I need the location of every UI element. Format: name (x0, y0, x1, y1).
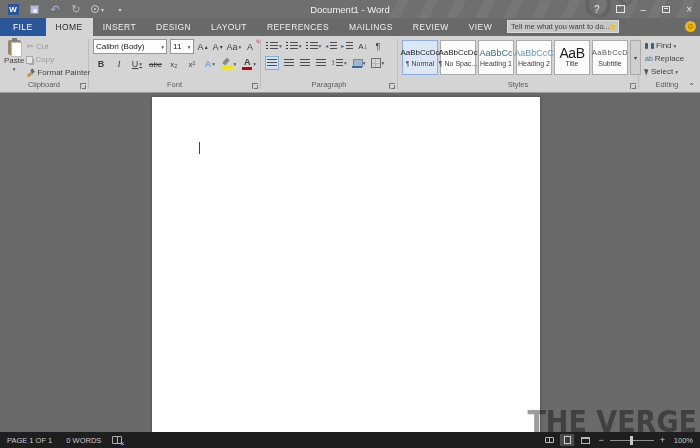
lightbulb-icon (609, 24, 615, 30)
font-size-combo[interactable]: 11▾ (170, 39, 194, 54)
collapse-ribbon-button[interactable]: ⌃ (688, 82, 695, 91)
help-button[interactable]: ? (586, 0, 608, 18)
tell-me-input[interactable]: Tell me what you want to do... (507, 20, 619, 33)
minimize-button[interactable]: – (633, 0, 655, 18)
text-effects-button[interactable]: A▾ (204, 57, 216, 71)
justify-icon (316, 59, 326, 68)
bold-button[interactable]: B (95, 57, 107, 71)
print-layout-button[interactable] (560, 434, 574, 446)
bullets-button[interactable]: ▾ (265, 39, 283, 53)
clipboard-group-label: Clipboard (0, 79, 88, 91)
font-dialog-launcher[interactable] (252, 83, 258, 89)
show-hide-marks-button[interactable]: ¶ (371, 39, 384, 53)
line-spacing-button[interactable]: ↕▾ (330, 56, 348, 70)
zoom-out-button[interactable]: − (596, 435, 605, 445)
customize-qat-icon[interactable]: ▾ (113, 2, 125, 16)
font-color-icon: A (242, 58, 252, 70)
align-left-icon (267, 59, 277, 68)
clipboard-dialog-launcher[interactable] (80, 83, 86, 89)
read-mode-button[interactable] (542, 434, 556, 446)
styles-dialog-launcher[interactable] (630, 83, 636, 89)
redo-icon[interactable]: ↻ (70, 2, 82, 16)
italic-button[interactable]: I (113, 57, 125, 71)
paste-dropdown-caret[interactable]: ▾ (13, 66, 16, 72)
change-case-button[interactable]: Aa▾ (227, 40, 241, 54)
zoom-level[interactable]: 100% (671, 436, 693, 445)
undo-icon[interactable]: ↶ (49, 2, 61, 16)
tab-view[interactable]: VIEW (459, 18, 502, 36)
subscript-button[interactable]: x₂ (168, 57, 180, 71)
grow-font-button[interactable]: A▴ (197, 40, 209, 54)
tab-references[interactable]: REFERENCES (257, 18, 339, 36)
borders-button[interactable]: ▾ (370, 56, 386, 70)
web-layout-button[interactable] (578, 434, 592, 446)
paragraph-dialog-launcher[interactable] (389, 83, 395, 89)
style-normal[interactable]: AaBbCcDc ¶ Normal (402, 40, 438, 75)
tab-file[interactable]: FILE (0, 18, 46, 36)
zoom-slider-thumb[interactable] (630, 436, 633, 445)
word-count[interactable]: 0 WORDS (59, 436, 108, 445)
read-mode-icon (545, 437, 554, 443)
font-name-combo[interactable]: Calibri (Body)▾ (93, 39, 167, 54)
font-color-button[interactable]: A▾ (242, 57, 256, 71)
align-left-button[interactable] (265, 56, 279, 70)
style-subtitle[interactable]: AaBbCcD Subtitle (592, 40, 628, 75)
align-right-button[interactable] (298, 56, 311, 70)
pilcrow-icon: ¶ (375, 41, 380, 51)
copy-button[interactable]: Copy (24, 54, 92, 65)
underline-button[interactable]: U▾ (131, 57, 143, 71)
tab-layout[interactable]: LAYOUT (201, 18, 257, 36)
scissors-icon: ✂ (26, 41, 34, 51)
align-center-button[interactable] (282, 56, 295, 70)
word-logo-icon[interactable]: W (7, 2, 19, 16)
increase-indent-button[interactable]: ▸ (340, 39, 354, 53)
decrease-indent-button[interactable]: ◂ (324, 39, 338, 53)
numbering-button[interactable]: ▾ (285, 39, 303, 53)
format-painter-button[interactable]: Format Painter (24, 67, 92, 78)
text-highlight-button[interactable]: ▾ (222, 57, 237, 71)
format-painter-icon (26, 68, 35, 77)
borders-icon (371, 58, 381, 68)
tab-home[interactable]: HOME (46, 18, 93, 36)
document-page[interactable] (152, 97, 540, 432)
styles-group: AaBbCcDc ¶ Normal AaBbCcDc ¶ No Spac... … (398, 36, 638, 92)
touch-mode-icon[interactable]: ▾ (91, 2, 104, 16)
sort-button[interactable]: A↓ (356, 39, 369, 53)
superscript-button[interactable]: x² (186, 57, 198, 71)
cut-button[interactable]: ✂Cut (24, 40, 92, 52)
numbering-icon (286, 42, 298, 51)
strikethrough-button[interactable]: abc (149, 57, 162, 71)
zoom-slider[interactable] (610, 436, 654, 445)
style-title[interactable]: AaB Title (554, 40, 590, 75)
replace-button[interactable]: abReplace (643, 53, 686, 64)
style-no-spacing[interactable]: AaBbCcDc ¶ No Spac... (440, 40, 476, 75)
print-layout-icon (564, 436, 571, 444)
justify-button[interactable] (314, 56, 327, 70)
find-button[interactable]: Find▾ (643, 40, 686, 51)
titlebar: W ↶ ↻ ▾ ▾ Document1 - Word ? – × (0, 0, 700, 18)
tab-mailings[interactable]: MAILINGS (339, 18, 403, 36)
style-heading-2[interactable]: AaBbCcC Heading 2 (516, 40, 552, 75)
restore-button[interactable] (654, 0, 678, 18)
feedback-smiley-button[interactable] (685, 21, 696, 32)
style-heading-1[interactable]: AaBbCc Heading 1 (478, 40, 514, 75)
paste-button[interactable]: Paste ▾ (4, 39, 24, 79)
tab-design[interactable]: DESIGN (146, 18, 201, 36)
close-button[interactable]: × (678, 0, 700, 18)
save-icon[interactable] (28, 2, 40, 16)
word-window: W ↶ ↻ ▾ ▾ Document1 - Word ? – × FILE HO… (0, 0, 700, 448)
clear-formatting-button[interactable]: A (244, 40, 256, 54)
zoom-in-button[interactable]: + (658, 435, 667, 445)
tab-review[interactable]: REVIEW (403, 18, 459, 36)
ribbon-display-options-button[interactable] (608, 0, 633, 18)
verge-watermark: THE VERGE (527, 404, 697, 432)
shrink-font-button[interactable]: A▾ (212, 40, 224, 54)
shading-button[interactable]: ▾ (351, 56, 367, 70)
proofing-icon[interactable] (112, 436, 122, 444)
multilevel-list-button[interactable]: ▾ (305, 39, 323, 53)
page-count[interactable]: PAGE 1 OF 1 (0, 436, 59, 445)
paste-icon (8, 40, 21, 55)
tab-insert[interactable]: INSERT (93, 18, 146, 36)
select-button[interactable]: Select▾ (643, 66, 686, 77)
document-area: THE VERGE (0, 93, 700, 432)
